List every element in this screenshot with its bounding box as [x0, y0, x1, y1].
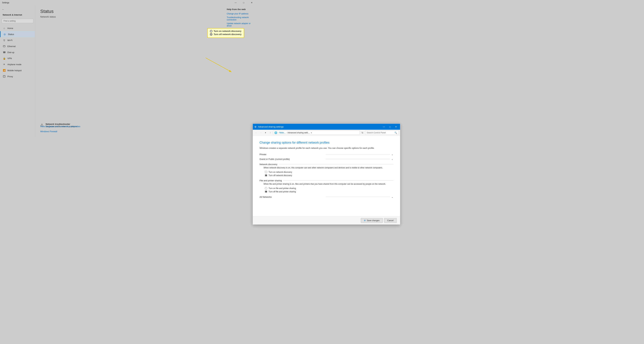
annotation-text-1: Turn on network discovery	[214, 30, 241, 32]
dialog-navbar: ← → ▾ ↑ 🌐 › Netw... › Advanced sharing s…	[253, 130, 258, 136]
dialog-titlebar: ⚙ Advanced sharing settings — □ ✕	[253, 124, 258, 130]
annotation-item-1: Turn on network discovery	[210, 30, 242, 32]
annotation-text-2: Turn off network discovery	[214, 33, 242, 35]
nav-back-button[interactable]: ←	[254, 131, 258, 135]
annotation-radio-2	[210, 33, 212, 35]
annotation-box: Turn on network discovery Turn off netwo…	[207, 28, 244, 38]
modal-overlay	[0, 0, 258, 138]
annotation-item-2: Turn off network discovery	[210, 33, 242, 35]
dialog-title-icon: ⚙	[254, 125, 256, 128]
annotation-radio-1	[210, 30, 212, 32]
advanced-sharing-dialog: ⚙ Advanced sharing settings — □ ✕ ← → ▾ …	[252, 123, 258, 138]
dialog-body: Change sharing options for different net…	[253, 136, 258, 138]
